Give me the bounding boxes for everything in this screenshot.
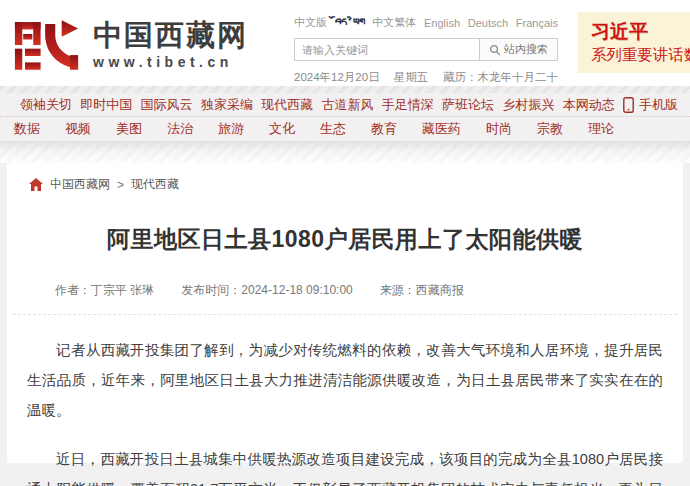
nav-item-guojifengyun[interactable]: 国际风云 — [141, 96, 193, 114]
nav-item-shipin[interactable]: 视频 — [65, 120, 91, 138]
article-title: 阿里地区日土县1080户居民用上了太阳能供暖 — [47, 223, 643, 256]
search-icon — [489, 44, 501, 56]
nav-item-benwangdongtai[interactable]: 本网动态 — [563, 96, 615, 114]
nav-item-xiangcunzhenxing[interactable]: 乡村振兴 — [502, 96, 554, 114]
author-value: 丁宗平 张琳 — [91, 283, 154, 297]
search-bar: 站内搜索 — [294, 38, 558, 61]
mobile-version-link[interactable]: 手机版 — [623, 96, 678, 114]
nav-item-fazhi[interactable]: 法治 — [167, 120, 193, 138]
tibetan-calendar-date: 藏历：木龙年十月二十 — [443, 70, 558, 85]
source-value: 西藏商报 — [416, 283, 464, 297]
xi-speeches-banner[interactable]: 习近平 系列重要讲话数据库 — [578, 12, 690, 73]
breadcrumb-current[interactable]: 现代西藏 — [131, 176, 179, 193]
author-label: 作者： — [55, 283, 91, 297]
mobile-version-label: 手机版 — [639, 96, 678, 114]
nav-item-shouzuqingshen[interactable]: 手足情深 — [382, 96, 434, 114]
meta-publish-time: 发布时间：2024-12-18 09:10:00 — [181, 282, 352, 299]
article-paragraph: 记者从西藏开投集团了解到，为减少对传统燃料的依赖，改善大气环境和人居环境，提升居… — [27, 335, 663, 425]
source-label: 来源： — [380, 283, 416, 297]
lang-german[interactable]: Deutsch — [468, 17, 508, 29]
main-content: 中国西藏网 > 现代西藏 阿里地区日土县1080户居民用上了太阳能供暖 作者：丁… — [7, 163, 683, 463]
nav-row-primary: 领袖关切 即时中国 国际风云 独家采编 现代西藏 古道新风 手足情深 萨班论坛 … — [0, 93, 690, 117]
nav-item-dujiacaibian[interactable]: 独家采编 — [201, 96, 253, 114]
language-switcher: 中文版 བོད་ཡིག 中文繁体 English Deutsch Françai… — [294, 15, 558, 30]
site-header: 中国西藏网 www.tibet.cn 中文版 བོད་ཡིག 中文繁体 Engl… — [0, 0, 690, 86]
search-button-label: 站内搜索 — [504, 42, 548, 57]
nav-item-shengtai[interactable]: 生态 — [320, 120, 346, 138]
nav-row-secondary: 数据 视频 美图 法治 旅游 文化 生态 教育 藏医药 时尚 宗教 理论 — [0, 117, 690, 141]
weekday: 星期五 — [394, 70, 429, 85]
article-body: 记者从西藏开投集团了解到，为减少对传统燃料的依赖，改善大气环境和人居环境，提升居… — [7, 315, 683, 486]
date-line: 2024年12月20日 星期五 藏历：木龙年十月二十 — [294, 70, 558, 85]
lang-english[interactable]: English — [424, 17, 460, 29]
gregorian-date: 2024年12月20日 — [294, 70, 380, 85]
lang-tibetan[interactable]: བོད་ཡིག — [335, 16, 365, 30]
texture-band-bottom — [0, 141, 690, 163]
site-search-button[interactable]: 站内搜索 — [479, 39, 557, 60]
nav-item-xiandaixizang[interactable]: 现代西藏 — [261, 96, 313, 114]
search-input[interactable] — [295, 39, 479, 60]
breadcrumb-separator: > — [117, 178, 124, 192]
time-label: 发布时间： — [181, 283, 241, 297]
home-icon[interactable] — [29, 178, 43, 191]
breadcrumb: 中国西藏网 > 现代西藏 — [7, 163, 683, 199]
nav-item-lvyou[interactable]: 旅游 — [218, 120, 244, 138]
lang-zh-tw[interactable]: 中文繁体 — [372, 15, 416, 30]
nav-item-zongjiao[interactable]: 宗教 — [537, 120, 563, 138]
site-name-block: 中国西藏网 www.tibet.cn — [93, 20, 248, 71]
nav-item-shuju[interactable]: 数据 — [14, 120, 40, 138]
site-logo[interactable]: 中国西藏网 www.tibet.cn — [14, 18, 248, 72]
meta-author: 作者：丁宗平 张琳 — [55, 282, 154, 299]
nav-item-meitu[interactable]: 美图 — [116, 120, 142, 138]
main-navigation: 领袖关切 即时中国 国际风云 独家采编 现代西藏 古道新风 手足情深 萨班论坛 … — [0, 93, 690, 141]
banner-line1: 习近平 — [591, 21, 690, 43]
nav-item-lilun[interactable]: 理论 — [588, 120, 614, 138]
nav-item-sabanluntan[interactable]: 萨班论坛 — [442, 96, 494, 114]
texture-band-top — [0, 86, 690, 93]
time-value: 2024-12-18 09:10:00 — [241, 283, 352, 297]
article-meta: 作者：丁宗平 张琳 发布时间：2024-12-18 09:10:00 来源：西藏… — [55, 282, 683, 299]
site-name: 中国西藏网 — [93, 20, 248, 52]
nav-item-wenhua[interactable]: 文化 — [269, 120, 295, 138]
nav-item-shishang[interactable]: 时尚 — [486, 120, 512, 138]
lang-zh-cn[interactable]: 中文版 — [294, 15, 327, 30]
article-paragraph: 近日，西藏开投日土县城集中供暖热源改造项目建设完成，该项目的完成为全县1080户… — [27, 444, 663, 486]
tibet-net-logo-icon — [14, 18, 80, 72]
nav-item-lingxiuguanqie[interactable]: 领袖关切 — [20, 96, 72, 114]
meta-source: 来源：西藏商报 — [380, 282, 464, 299]
breadcrumb-home[interactable]: 中国西藏网 — [50, 176, 110, 193]
banner-line2: 系列重要讲话数据库 — [591, 45, 690, 65]
phone-icon — [623, 97, 634, 113]
site-url: www.tibet.cn — [93, 54, 248, 70]
nav-item-jishizhongguo[interactable]: 即时中国 — [80, 96, 132, 114]
nav-item-gudaoxinfeng[interactable]: 古道新风 — [321, 96, 373, 114]
nav-item-zangyiyao[interactable]: 藏医药 — [422, 120, 461, 138]
header-middle: 中文版 བོད་ཡིག 中文繁体 English Deutsch Françai… — [294, 15, 558, 85]
lang-french[interactable]: Français — [516, 17, 558, 29]
nav-item-jiaoyu[interactable]: 教育 — [371, 120, 397, 138]
